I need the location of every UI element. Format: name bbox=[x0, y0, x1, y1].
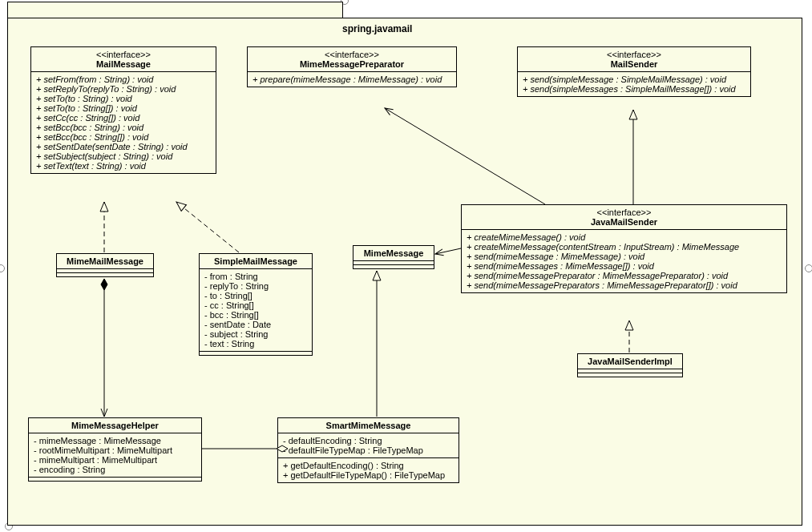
operations: + prepare(mimeMessage : MimeMessage) : v… bbox=[248, 72, 456, 87]
resize-handle-right[interactable] bbox=[805, 264, 812, 272]
class-title: MimeMailMessage bbox=[57, 254, 153, 269]
class-title: SmartMimeMessage bbox=[278, 418, 459, 433]
package-name: spring.javamail bbox=[342, 23, 412, 34]
class-mime-message[interactable]: MimeMessage bbox=[353, 245, 434, 269]
class-java-mail-sender-impl[interactable]: JavaMailSenderImpl bbox=[577, 353, 683, 377]
operations: + getDefaultEncoding() : String + getDef… bbox=[278, 458, 459, 482]
class-title: MailSender bbox=[523, 59, 745, 69]
class-mime-message-helper[interactable]: MimeMessageHelper - mimeMessage : MimeMe… bbox=[28, 417, 202, 482]
class-title: MailMessage bbox=[36, 59, 211, 69]
class-mime-message-preparator[interactable]: <<interface>> MimeMessagePreparator + pr… bbox=[247, 46, 457, 87]
package-tab bbox=[7, 2, 343, 18]
class-title: MimeMessageHelper bbox=[29, 418, 201, 433]
class-simple-mail-message[interactable]: SimpleMailMessage - from : String - repl… bbox=[199, 253, 313, 356]
class-smart-mime-message[interactable]: SmartMimeMessage - defaultEncoding : Str… bbox=[277, 417, 459, 483]
class-title: JavaMailSenderImpl bbox=[578, 354, 682, 369]
class-java-mail-sender[interactable]: <<interface>> JavaMailSender + createMim… bbox=[461, 204, 787, 293]
operations: + setFrom(from : String) : void + setRep… bbox=[31, 72, 216, 173]
stereotype: <<interface>> bbox=[467, 208, 782, 217]
operations: + send(simpleMessage : SimpleMailMessage… bbox=[518, 72, 750, 96]
stereotype: <<interface>> bbox=[523, 50, 745, 59]
class-title: MimeMessagePreparator bbox=[252, 59, 451, 69]
stereotype: <<interface>> bbox=[252, 50, 451, 59]
class-title: MimeMessage bbox=[353, 246, 434, 261]
package-frame[interactable]: spring.javamail <<interface>> MailMessag… bbox=[7, 18, 802, 526]
diagram-canvas: spring.javamail <<interface>> MailMessag… bbox=[0, 0, 812, 532]
class-mail-message[interactable]: <<interface>> MailMessage + setFrom(from… bbox=[30, 46, 216, 174]
resize-handle-left[interactable] bbox=[0, 264, 5, 272]
stereotype: <<interface>> bbox=[36, 50, 211, 59]
class-title: JavaMailSender bbox=[467, 217, 782, 227]
class-title: SimpleMailMessage bbox=[200, 254, 312, 269]
attributes: - mimeMessage : MimeMessage - rootMimeMu… bbox=[29, 433, 201, 478]
operations: + createMimeMessage() : void + createMim… bbox=[462, 230, 786, 292]
attributes: - from : String - replyTo : String - to … bbox=[200, 269, 312, 352]
class-mail-sender[interactable]: <<interface>> MailSender + send(simpleMe… bbox=[517, 46, 751, 97]
class-mime-mail-message[interactable]: MimeMailMessage bbox=[56, 253, 154, 277]
attributes: - defaultEncoding : String - defaultFile… bbox=[278, 433, 459, 458]
